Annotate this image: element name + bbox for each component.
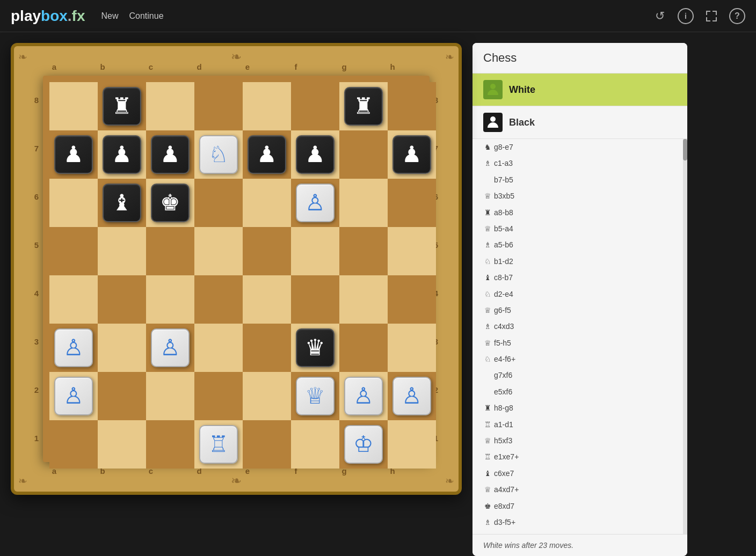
move-item[interactable]: ♕b3xb5 [473,188,687,204]
cell-c5[interactable] [146,227,194,275]
cell-h1[interactable] [388,420,436,469]
move-item[interactable]: d7-c6 [473,530,687,534]
piece-e7[interactable]: ♟ [248,135,286,174]
piece-f7[interactable]: ♟ [296,135,335,174]
cell-e2[interactable] [243,372,291,420]
player-row-white[interactable]: White [473,74,687,106]
cell-a7[interactable]: ♟ [49,130,98,179]
help-icon[interactable]: ? [729,8,745,24]
cell-g5[interactable] [339,227,388,275]
cell-d2[interactable] [194,372,243,420]
move-item[interactable]: e5xf6 [473,384,687,400]
cell-f5[interactable] [291,227,339,275]
cell-c8[interactable] [146,82,194,130]
piece-a3[interactable]: ♙ [54,328,93,367]
piece-f3[interactable]: ♛ [296,328,335,367]
move-item[interactable]: ♕h5xf3 [473,433,687,449]
move-item[interactable]: ♗d3-f5+ [473,514,687,530]
cell-b7[interactable]: ♟ [98,130,146,179]
cell-f6[interactable]: ♙ [291,179,339,227]
cell-f7[interactable]: ♟ [291,130,339,179]
piece-c7[interactable]: ♟ [151,135,190,174]
piece-a7[interactable]: ♟ [54,135,93,174]
cell-g2[interactable]: ♙ [339,372,388,420]
cell-d7[interactable]: ♘ [194,130,243,179]
piece-h7[interactable]: ♟ [392,135,431,174]
cell-f2[interactable]: ♕ [291,372,339,420]
cell-f4[interactable] [291,275,339,324]
cell-c1[interactable] [146,420,194,469]
cell-e1[interactable] [243,420,291,469]
move-item[interactable]: ♚e8xd7 [473,498,687,514]
piece-a2[interactable]: ♙ [54,377,93,415]
cell-g8[interactable]: ♜ [339,82,388,130]
move-item[interactable]: ♕b5-a4 [473,221,687,237]
move-item[interactable]: ♖a1-d1 [473,416,687,433]
cell-a2[interactable]: ♙ [49,372,98,420]
cell-g4[interactable] [339,275,388,324]
move-item[interactable]: ♜h8-g8 [473,400,687,416]
move-item[interactable]: ♗c1-a3 [473,155,687,171]
move-item[interactable]: ♘e4-f6+ [473,351,687,367]
cell-b5[interactable] [98,227,146,275]
cell-b2[interactable] [98,372,146,420]
nav-new[interactable]: New [101,11,119,21]
player-row-black[interactable]: Black [473,106,687,139]
cell-e8[interactable] [243,82,291,130]
cell-e5[interactable] [243,227,291,275]
cell-a3[interactable]: ♙ [49,324,98,372]
cell-g3[interactable] [339,324,388,372]
cell-g1[interactable]: ♔ [339,420,388,469]
cell-h2[interactable]: ♙ [388,372,436,420]
cell-f3[interactable]: ♛ [291,324,339,372]
cell-h5[interactable] [388,227,436,275]
cell-a6[interactable] [49,179,98,227]
nav-continue[interactable]: Continue [129,11,164,21]
move-item[interactable]: g7xf6 [473,367,687,383]
move-item[interactable]: ♘b1-d2 [473,253,687,269]
cell-e6[interactable] [243,179,291,227]
cell-h4[interactable] [388,275,436,324]
cell-b4[interactable] [98,275,146,324]
move-item[interactable]: ♗a5-b6 [473,237,687,253]
cell-c3[interactable]: ♙ [146,324,194,372]
cell-h6[interactable] [388,179,436,227]
cell-c7[interactable]: ♟ [146,130,194,179]
cell-g6[interactable] [339,179,388,227]
cell-d4[interactable] [194,275,243,324]
fullscreen-icon[interactable] [702,6,721,26]
cell-a1[interactable] [49,420,98,469]
piece-f2[interactable]: ♕ [296,377,335,415]
cell-g7[interactable] [339,130,388,179]
piece-g8[interactable]: ♜ [344,87,383,126]
move-item[interactable]: ♕f5-h5 [473,335,687,351]
cell-a4[interactable] [49,275,98,324]
piece-b7[interactable]: ♟ [103,135,141,174]
cell-a5[interactable] [49,227,98,275]
cell-f1[interactable] [291,420,339,469]
cell-b6[interactable]: ♝ [98,179,146,227]
cell-h7[interactable]: ♟ [388,130,436,179]
piece-h2[interactable]: ♙ [392,377,431,415]
cell-c4[interactable] [146,275,194,324]
move-item[interactable]: ♝c6xe7 [473,465,687,481]
piece-c3[interactable]: ♙ [151,328,190,367]
cell-e4[interactable] [243,275,291,324]
cell-f8[interactable] [291,82,339,130]
piece-d1[interactable]: ♖ [199,425,238,464]
piece-b6[interactable]: ♝ [103,184,141,222]
cell-b8[interactable]: ♜ [98,82,146,130]
cell-b3[interactable] [98,324,146,372]
cell-d8[interactable] [194,82,243,130]
move-item[interactable]: ♜a8-b8 [473,204,687,221]
cell-e7[interactable]: ♟ [243,130,291,179]
cell-h3[interactable] [388,324,436,372]
cell-b1[interactable] [98,420,146,469]
piece-g1[interactable]: ♔ [344,425,383,464]
cell-e3[interactable] [243,324,291,372]
cell-d1[interactable]: ♖ [194,420,243,469]
move-item[interactable]: b7-b5 [473,172,687,188]
moves-list[interactable]: ♞g8-e7♗c1-a3b7-b5♕b3xb5♜a8-b8♕b5-a4♗a5-b… [473,139,687,534]
cell-d5[interactable] [194,227,243,275]
cell-d6[interactable] [194,179,243,227]
